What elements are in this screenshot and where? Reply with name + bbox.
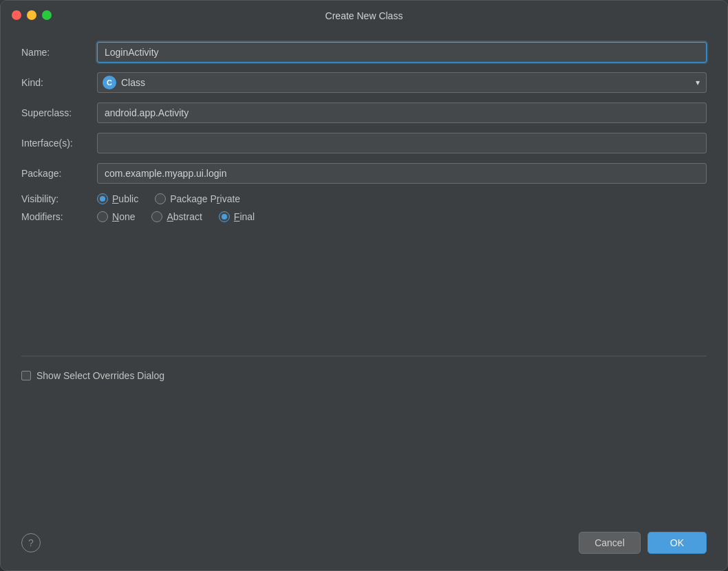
modifier-abstract-radio[interactable] [151, 211, 162, 222]
window-controls [12, 10, 52, 20]
maximize-button[interactable] [42, 10, 52, 20]
checkbox-row: Show Select Overrides Dialog [21, 370, 707, 381]
modifiers-label: Modifiers: [21, 211, 97, 222]
visibility-public-radio[interactable] [97, 193, 108, 204]
visibility-label: Visibility: [21, 193, 97, 204]
superclass-input[interactable] [97, 103, 707, 123]
ok-button[interactable]: OK [647, 532, 707, 554]
modifier-none-radio[interactable] [97, 211, 108, 222]
visibility-row: Visibility: Public Package Private [21, 193, 707, 204]
name-label: Name: [21, 47, 97, 58]
name-input[interactable] [97, 42, 707, 63]
modifiers-radio-group: None Abstract Final [97, 211, 255, 222]
modifier-final-option[interactable]: Final [219, 211, 255, 222]
package-label: Package: [21, 168, 97, 179]
package-input[interactable] [97, 163, 707, 184]
kind-select[interactable]: Class Interface Enum Annotation [97, 72, 707, 93]
superclass-row: Superclass: [21, 103, 707, 123]
package-row: Package: [21, 163, 707, 184]
interfaces-input[interactable] [97, 133, 707, 153]
interfaces-label: Interface(s): [21, 138, 97, 149]
title-bar: Create New Class [1, 1, 727, 28]
spacer [21, 229, 707, 342]
modifier-final-label: Final [234, 211, 255, 222]
superclass-label: Superclass: [21, 107, 97, 118]
help-button[interactable]: ? [21, 533, 41, 552]
visibility-public-option[interactable]: Public [97, 193, 138, 204]
overrides-checkbox[interactable] [21, 371, 31, 380]
create-new-class-dialog: Create New Class Name: Kind: C Class Int… [0, 0, 728, 571]
kind-label: Kind: [21, 77, 97, 88]
dialog-title: Create New Class [325, 10, 403, 21]
spacer-bottom [21, 395, 707, 508]
kind-class-icon: C [103, 76, 116, 89]
minimize-button[interactable] [27, 10, 36, 20]
action-buttons: Cancel OK [579, 532, 707, 554]
modifier-none-option[interactable]: None [97, 211, 135, 222]
name-row: Name: [21, 42, 707, 63]
modifiers-row: Modifiers: None Abstract Final [21, 211, 707, 222]
visibility-package-private-label: Package Private [170, 193, 240, 204]
kind-row: Kind: C Class Interface Enum Annotation … [21, 72, 707, 93]
dialog-content: Name: Kind: C Class Interface Enum Annot… [1, 28, 727, 521]
visibility-radio-group: Public Package Private [97, 193, 240, 204]
kind-select-wrapper: C Class Interface Enum Annotation ▾ [97, 72, 707, 93]
bottom-bar: ? Cancel OK [1, 521, 727, 570]
visibility-package-private-option[interactable]: Package Private [155, 193, 240, 204]
visibility-public-label: Public [112, 193, 138, 204]
visibility-package-private-radio[interactable] [155, 193, 166, 204]
interfaces-row: Interface(s): [21, 133, 707, 153]
overrides-checkbox-label[interactable]: Show Select Overrides Dialog [36, 370, 164, 381]
close-button[interactable] [12, 10, 21, 20]
modifier-none-label: None [112, 211, 135, 222]
cancel-button[interactable]: Cancel [579, 532, 641, 554]
divider [21, 356, 707, 356]
modifier-abstract-option[interactable]: Abstract [151, 211, 202, 222]
modifier-abstract-label: Abstract [167, 211, 202, 222]
modifier-final-radio[interactable] [219, 211, 230, 222]
